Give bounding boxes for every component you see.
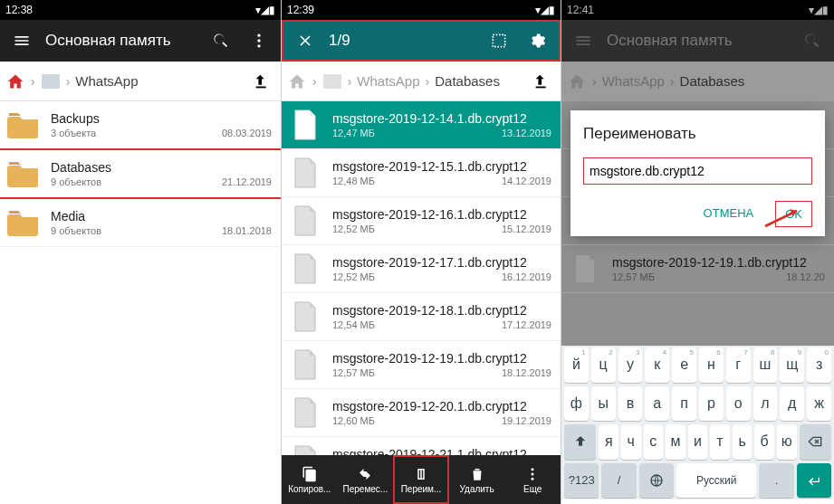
list-item[interactable]: msgstore-2019-12-17.1.db.crypt1212,52 МБ… bbox=[282, 245, 561, 293]
breadcrumb-item[interactable]: Databases bbox=[435, 73, 500, 89]
list-item[interactable]: msgstore-2019-12-18.1.db.crypt1212,54 МБ… bbox=[282, 293, 561, 341]
search-icon[interactable] bbox=[798, 26, 827, 55]
overflow-icon[interactable] bbox=[244, 26, 273, 55]
list-item[interactable]: msgstore-2019-12-14.1.db.crypt1212,47 МБ… bbox=[282, 101, 561, 149]
copy-button[interactable]: Копиров... bbox=[282, 455, 338, 504]
item-sub: 12,54 МБ bbox=[332, 319, 375, 330]
storage-icon[interactable] bbox=[41, 71, 61, 91]
select-all-icon[interactable] bbox=[484, 26, 513, 55]
search-icon[interactable] bbox=[206, 26, 235, 55]
globe-key[interactable] bbox=[639, 463, 674, 499]
item-name: msgstore-2019-12-17.1.db.crypt12 bbox=[332, 255, 551, 270]
item-sub: 12,48 МБ bbox=[332, 176, 375, 186]
status-icons: ▾◢▮ bbox=[255, 4, 275, 16]
rename-input[interactable] bbox=[583, 157, 812, 185]
list-item[interactable]: msgstore-2019-12-20.1.db.crypt1212,60 МБ… bbox=[282, 389, 561, 437]
app-bar: Основная память bbox=[0, 20, 281, 62]
key-п[interactable]: п bbox=[672, 386, 696, 422]
list-item[interactable]: Databases9 объектов21.12.2019 bbox=[0, 150, 281, 199]
breadcrumb-item[interactable]: WhatsApp bbox=[75, 73, 138, 89]
key-ц[interactable]: ц2 bbox=[591, 347, 616, 383]
breadcrumb-item[interactable]: WhatsApp bbox=[602, 73, 665, 89]
menu-icon[interactable] bbox=[569, 26, 598, 55]
key-т[interactable]: т bbox=[710, 424, 730, 460]
svg-point-7 bbox=[532, 472, 534, 475]
breadcrumb-item[interactable]: Databases bbox=[680, 73, 745, 89]
key-л[interactable]: л bbox=[753, 386, 778, 422]
storage-icon[interactable] bbox=[322, 71, 342, 91]
key-ж[interactable]: ж bbox=[807, 386, 831, 422]
item-date: 13.12.2019 bbox=[502, 128, 551, 138]
key-м[interactable]: м bbox=[666, 424, 685, 460]
home-icon[interactable] bbox=[5, 71, 25, 91]
breadcrumb: › WhatsApp › Databases bbox=[561, 62, 834, 101]
app-title: Основная память bbox=[607, 32, 789, 50]
key-в[interactable]: в bbox=[618, 386, 643, 422]
key-щ[interactable]: щ9 bbox=[780, 347, 804, 383]
list-item[interactable]: msgstore-2019-12-16.1.db.crypt1212,52 МБ… bbox=[282, 197, 561, 245]
gear-icon[interactable] bbox=[522, 26, 551, 55]
item-sub: 12,57 МБ bbox=[332, 367, 375, 378]
home-icon[interactable] bbox=[567, 71, 587, 91]
list-item[interactable]: msgstore-2019-12-21.1.db.crypt1212,71 МБ… bbox=[282, 437, 561, 455]
item-date: 08.03.2019 bbox=[222, 128, 272, 138]
key-с[interactable]: с bbox=[644, 424, 664, 460]
up-icon[interactable] bbox=[530, 69, 555, 94]
key-ч[interactable]: ч bbox=[621, 424, 641, 460]
menu-icon[interactable] bbox=[7, 26, 36, 55]
slash-key[interactable]: / bbox=[601, 463, 636, 499]
item-date: 18.12.2019 bbox=[502, 367, 551, 378]
item-name: Media bbox=[51, 209, 272, 223]
key-ь[interactable]: ь bbox=[733, 424, 753, 460]
key-ш[interactable]: ш8 bbox=[753, 347, 778, 383]
key-у[interactable]: у3 bbox=[618, 347, 643, 383]
key-г[interactable]: г7 bbox=[726, 347, 751, 383]
file-icon bbox=[287, 203, 323, 239]
key-й[interactable]: й1 bbox=[564, 347, 589, 383]
status-time: 12:39 bbox=[287, 4, 314, 16]
breadcrumb-item[interactable]: WhatsApp bbox=[357, 73, 419, 89]
list-item[interactable]: msgstore-2019-12-15.1.db.crypt1212,48 МБ… bbox=[282, 149, 561, 197]
key-и[interactable]: и bbox=[688, 424, 708, 460]
numeric-key[interactable]: ?123 bbox=[564, 463, 599, 499]
key-ы[interactable]: ы bbox=[591, 386, 616, 422]
backspace-key[interactable] bbox=[800, 424, 831, 460]
key-з[interactable]: з0 bbox=[807, 347, 831, 383]
list-item[interactable]: Media9 объектов18.01.2018 bbox=[0, 199, 281, 247]
dot-key[interactable]: . bbox=[759, 463, 793, 499]
shift-key[interactable] bbox=[564, 424, 596, 460]
app-bar: Основная память bbox=[561, 20, 834, 62]
key-д[interactable]: д bbox=[780, 386, 804, 422]
item-sub: 3 объекта bbox=[51, 128, 96, 138]
breadcrumb: › › WhatsApp bbox=[0, 62, 281, 101]
key-о[interactable]: о bbox=[726, 386, 751, 422]
home-icon[interactable] bbox=[287, 71, 307, 91]
move-button[interactable]: Перемес... bbox=[338, 455, 394, 504]
enter-key[interactable] bbox=[797, 463, 831, 499]
key-а[interactable]: а bbox=[645, 386, 669, 422]
list-item[interactable]: msgstore-2019-12-19.1.db.crypt1212,57 МБ… bbox=[561, 245, 834, 293]
key-н[interactable]: н6 bbox=[699, 347, 724, 383]
close-icon[interactable] bbox=[291, 26, 320, 55]
cancel-button[interactable]: ОТМЕНА bbox=[695, 201, 763, 227]
list-item[interactable]: msgstore-2019-12-19.1.db.crypt1212,57 МБ… bbox=[282, 341, 561, 389]
key-ю[interactable]: ю bbox=[777, 424, 797, 460]
rename-button[interactable]: Переим... bbox=[393, 455, 449, 504]
delete-button[interactable]: Удалить bbox=[449, 455, 505, 504]
key-р[interactable]: р bbox=[699, 386, 724, 422]
item-sub: 12,60 МБ bbox=[332, 415, 375, 426]
space-key[interactable]: Русский bbox=[676, 463, 756, 499]
key-я[interactable]: я bbox=[599, 424, 618, 460]
key-б[interactable]: б bbox=[754, 424, 774, 460]
list-item[interactable]: Backups3 объекта08.03.2019 bbox=[0, 101, 281, 150]
item-sub: 12,52 МБ bbox=[332, 223, 375, 234]
keyboard: й1ц2у3к4е5н6г7ш8щ9з0 фывапролдж ячсмитьб… bbox=[561, 346, 834, 499]
key-е[interactable]: е5 bbox=[672, 347, 696, 383]
item-name: Backups bbox=[51, 111, 272, 126]
file-list: Backups3 объекта08.03.2019 Databases9 об… bbox=[0, 101, 281, 504]
key-к[interactable]: к4 bbox=[645, 347, 669, 383]
up-icon[interactable] bbox=[250, 69, 275, 94]
key-ф[interactable]: ф bbox=[564, 386, 589, 422]
file-icon bbox=[287, 347, 323, 383]
more-button[interactable]: Еще bbox=[504, 455, 561, 504]
